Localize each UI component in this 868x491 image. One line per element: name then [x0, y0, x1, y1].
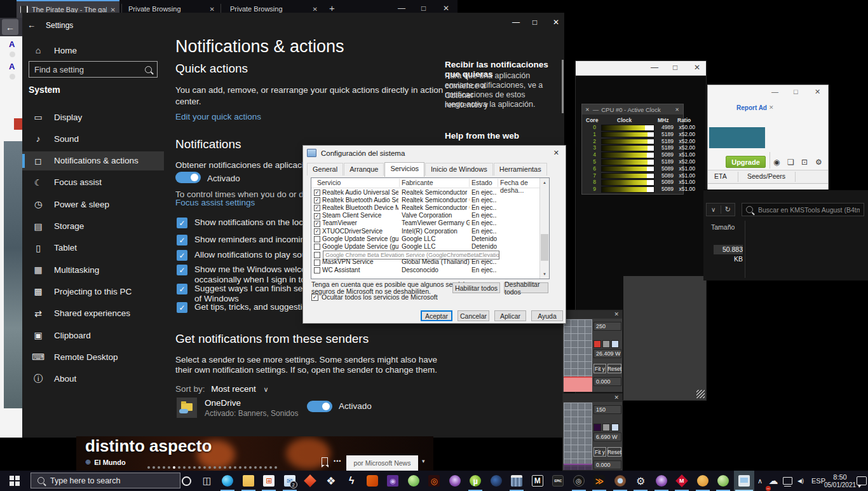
- col-estado[interactable]: Estado: [471, 179, 492, 186]
- carousel-dot[interactable]: [147, 466, 150, 469]
- upgrade-button[interactable]: Upgrade: [726, 156, 766, 168]
- carousel-dot[interactable]: [229, 466, 231, 469]
- torrent-list-header[interactable]: ETA Seeds/Peers: [708, 170, 828, 184]
- reset-button[interactable]: Reset: [607, 447, 621, 457]
- sidebar-item-power-sleep[interactable]: ◷Power & sleep: [22, 195, 164, 214]
- focus-assist-settings-link[interactable]: Focus assist settings: [175, 198, 255, 207]
- taskbar-search-input[interactable]: Type here to search: [31, 473, 180, 488]
- carousel-dot[interactable]: [234, 466, 236, 469]
- cancel-button[interactable]: Cancelar: [458, 310, 489, 321]
- bg-maximize-button[interactable]: □: [673, 63, 677, 72]
- tor-browser-2-taskbar-button[interactable]: [651, 471, 672, 491]
- panel-close-icon[interactable]: ✕: [614, 311, 619, 317]
- notification-option[interactable]: ✓Show me the Windows welcome experieocca…: [177, 265, 323, 285]
- checkbox-unchecked-icon[interactable]: [314, 267, 320, 273]
- checkbox-checked-icon[interactable]: ✓: [314, 221, 320, 227]
- purple-app-taskbar-button[interactable]: ◉: [383, 471, 403, 491]
- accept-button[interactable]: Aceptar: [421, 310, 452, 321]
- service-row[interactable]: ✓XTUOCDriverServiceIntel(R) CorporationE…: [311, 228, 539, 235]
- m-app-taskbar-button[interactable]: M: [527, 471, 548, 491]
- service-row[interactable]: ✓TeamViewerTeamViewer Germany GmbHEn eje…: [311, 219, 539, 227]
- checkbox-checked-icon[interactable]: ✓: [314, 213, 320, 219]
- dialog-tab-inicio-de-windows[interactable]: Inicio de Windows: [425, 163, 493, 176]
- dialog-tab-herramientas[interactable]: Herramientas: [494, 163, 547, 176]
- checkbox-checked-icon[interactable]: ✓: [177, 284, 187, 294]
- carousel-dot[interactable]: [254, 466, 257, 469]
- scroll-up-icon[interactable]: ▲: [540, 178, 549, 187]
- scroll-down-icon[interactable]: ▼: [540, 270, 549, 279]
- phoenix-app-taskbar-button[interactable]: ≫: [589, 471, 610, 491]
- browser-back-button[interactable]: ←: [2, 19, 18, 35]
- cortana-taskbar-button[interactable]: [176, 471, 197, 491]
- service-row[interactable]: Google Update Service (gupdate)Google LL…: [311, 235, 539, 243]
- sort-by-row[interactable]: Sort by: Most recent ∨: [175, 384, 269, 394]
- axis-max-input[interactable]: 250: [593, 322, 621, 331]
- explorer-nav-buttons[interactable]: ∨ ↻: [706, 203, 735, 216]
- carousel-dot[interactable]: [214, 466, 216, 469]
- checkbox-checked-icon[interactable]: ✓: [314, 205, 320, 211]
- notification-option[interactable]: ✓Get tips, tricks, and suggestions as yo…: [177, 302, 323, 313]
- checkbox-checked-icon[interactable]: ✓: [177, 218, 187, 228]
- carousel-dot[interactable]: [168, 466, 170, 469]
- file-explorer-taskbar-button[interactable]: [238, 471, 259, 491]
- green-orb-app-taskbar-button[interactable]: [403, 471, 424, 491]
- color-swatch-gray[interactable]: [602, 340, 610, 348]
- advertisement-banner[interactable]: [709, 127, 765, 148]
- tab-close-icon[interactable]: ✕: [313, 6, 318, 13]
- sidebar-item-focus-assist[interactable]: ☾Focus assist: [22, 173, 164, 192]
- disable-all-button[interactable]: Deshabilitar todos: [504, 282, 548, 293]
- axis-max-input[interactable]: 150: [593, 405, 621, 414]
- carousel-dot[interactable]: [158, 466, 160, 469]
- tor-browser-taskbar-button[interactable]: [445, 471, 466, 491]
- carousel-dot[interactable]: [208, 466, 211, 469]
- sidebar-item-display[interactable]: ▭Display: [22, 107, 164, 127]
- reset-button[interactable]: Reset: [607, 364, 621, 373]
- apply-button[interactable]: Aplicar: [494, 310, 526, 321]
- fit-y-button[interactable]: Fit y: [593, 364, 606, 373]
- dialog-close-button[interactable]: ✕: [553, 149, 559, 157]
- dialog-tab-arranque[interactable]: Arranque: [344, 163, 384, 176]
- ut-minimize-button[interactable]: —: [771, 88, 778, 95]
- help-button[interactable]: Ayuda: [531, 310, 563, 321]
- network-tray-icon[interactable]: [782, 471, 793, 491]
- edge-browser-taskbar-button[interactable]: [217, 471, 238, 491]
- browser-close-button[interactable]: ✕: [443, 4, 449, 13]
- settings-close-button[interactable]: ✕: [553, 18, 559, 27]
- service-row[interactable]: ✓Realtek Bluetooth Device Manag...Realte…: [311, 204, 539, 212]
- carousel-dot[interactable]: [153, 466, 155, 469]
- notification-option[interactable]: ✓Show notifications on the lock screen: [177, 218, 323, 228]
- spiral-app-taskbar-button[interactable]: ◎: [569, 471, 590, 491]
- fit-y-button[interactable]: Fit y: [593, 447, 606, 457]
- checkbox-checked-icon[interactable]: ✓: [177, 250, 187, 261]
- service-row[interactable]: MaskVPN ServiceGlobal Media (Thailand) C…: [311, 258, 539, 266]
- gear-icon[interactable]: ⚙: [815, 158, 822, 167]
- carousel-dot-active[interactable]: [173, 466, 175, 469]
- carousel-dot[interactable]: [203, 466, 206, 469]
- checkbox-checked-icon[interactable]: ✓: [314, 190, 320, 196]
- checkbox-checked-icon[interactable]: ✓: [314, 228, 320, 235]
- column-divider[interactable]: [745, 221, 745, 278]
- new-tab-button[interactable]: +: [329, 3, 335, 13]
- carousel-dot[interactable]: [224, 466, 226, 469]
- notification-option[interactable]: ✓Suggest ways I can finish setting up my…: [177, 284, 323, 304]
- sidebar-item-projecting-to-this-pc[interactable]: ▩Projecting to this PC: [22, 282, 164, 301]
- sidebar-item-home[interactable]: ⌂ Home: [22, 41, 164, 60]
- action-center-button[interactable]: [855, 471, 868, 491]
- checkbox-unchecked-icon[interactable]: [314, 236, 320, 242]
- onedrive-toggle[interactable]: [307, 401, 332, 412]
- dialog-titlebar[interactable]: Configuración del sistema: [307, 149, 405, 157]
- sidebar-item-tablet[interactable]: ▯Tablet: [22, 239, 164, 258]
- resize-grip[interactable]: [696, 390, 705, 398]
- ut-maximize-button[interactable]: □: [794, 88, 798, 95]
- mail-taskbar-button[interactable]: ✉2: [280, 471, 301, 491]
- color-swatch-gray[interactable]: [602, 424, 610, 431]
- size-column-header[interactable]: Tamaño: [711, 223, 735, 231]
- settings-gear-taskbar-button[interactable]: ⚙: [630, 471, 651, 491]
- checkbox-unchecked-icon[interactable]: [314, 252, 320, 258]
- carousel-dot[interactable]: [188, 466, 191, 469]
- color-swatch-red[interactable]: [593, 340, 601, 348]
- scrollbar-thumb[interactable]: [541, 234, 548, 261]
- bg-close-button[interactable]: ✕: [694, 63, 700, 72]
- settings-back-button[interactable]: ←: [27, 20, 36, 30]
- dialog-tab-general[interactable]: General: [307, 163, 343, 176]
